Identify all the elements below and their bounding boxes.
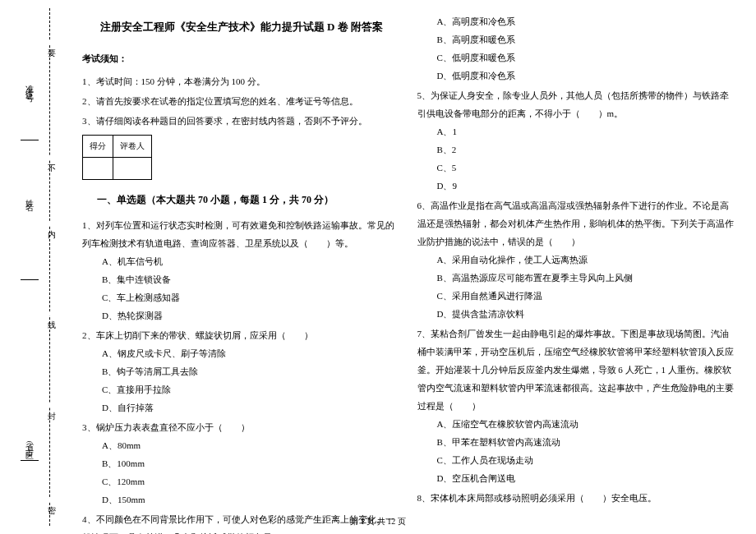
option: C、采用自然通风进行降温: [417, 287, 736, 305]
option: C、5: [417, 159, 736, 177]
option: A、压缩空气在橡胶软管内高速流动: [417, 415, 736, 433]
left-column: 注册安全工程师《安全生产技术》能力提升试题 D 卷 附答案 考试须知： 1、考试…: [74, 12, 409, 509]
option: C、低明度和暖色系: [417, 48, 736, 67]
option: B、2: [417, 140, 736, 159]
exam-page: 准考证号 姓名 省（市区） 要 不 内 线 封 密 注册安全工程师《安全生产技术…: [0, 0, 756, 534]
option: B、甲苯在塑料软管内高速流动: [417, 433, 736, 451]
option: C、工作人员在现场走动: [417, 451, 736, 469]
option: A、采用自动化操作，使工人远离热源: [417, 251, 736, 269]
question-8: 8、宋体机本床局部或移动照明必须采用（ ）安全电压。: [417, 489, 736, 507]
option: A、高明度和冷色系: [417, 12, 736, 30]
section-1-heading: 一、单选题（本大题共 70 小题，每题 1 分，共 70 分）: [97, 190, 334, 209]
option: C、120mm: [82, 472, 401, 490]
page-footer: 第 1 页 共 12 页: [0, 516, 756, 527]
notice-item: 3、请仔细阅读各种题目的回答要求，在密封线内答题，否则不予评分。: [82, 112, 401, 130]
option: C、车上检测感知器: [82, 288, 401, 306]
question-2: 2、车床上切削下来的带状、螺旋状切屑，应采用（ ）: [82, 326, 401, 344]
option: D、空压机合闸送电: [417, 469, 736, 487]
notice-heading: 考试须知：: [82, 49, 401, 67]
score-header: 得分: [83, 136, 113, 158]
option: D、提供含盐清凉饮料: [417, 305, 736, 323]
question-6: 6、高温作业是指在高气温或高温高湿或强热辐射条件下进行的作业。不论是高温还是强热…: [417, 196, 736, 251]
seal-char: 不: [45, 156, 57, 159]
section-row: 得分 评卷人 一、单选题（本大题共 70 小题，每题 1 分，共 70 分）: [82, 130, 401, 214]
seal-dashed-line: [49, 8, 50, 526]
seal-char: 密: [45, 498, 57, 501]
exam-title: 注册安全工程师《安全生产技术》能力提升试题 D 卷 附答案: [82, 16, 401, 38]
option: D、9: [417, 177, 736, 195]
content-area: 注册安全工程师《安全生产技术》能力提升试题 D 卷 附答案 考试须知： 1、考试…: [74, 12, 744, 509]
option: B、钩子等清屑工具去除: [82, 362, 401, 380]
option: D、低明度和冷色系: [417, 67, 736, 85]
question-3: 3、锅炉压力表表盘直径不应小于（ ）: [82, 418, 401, 436]
question-7: 7、某粘合剂厂曾发生一起由静电引起的爆炸事故。下图是事故现场简图。汽油桶中装满甲…: [417, 325, 736, 415]
notice-item: 1、考试时间：150 分钟，本卷满分为 100 分。: [82, 72, 401, 90]
score-cell[interactable]: [83, 158, 113, 180]
option: D、热轮探测器: [82, 306, 401, 325]
label-province: 省（市区）: [23, 435, 35, 452]
option: A、1: [417, 122, 736, 140]
underline: [21, 140, 39, 140]
question-5: 5、为保证人身安全，除专业人员外，其他人员（包括所携带的物件）与铁路牵引供电设备…: [417, 86, 736, 122]
seal-char: 内: [45, 222, 57, 225]
question-1: 1、对列车位置和运行状态实时检测，可有效避免和控制铁路运输事故。常见的列车检测技…: [82, 216, 401, 252]
grader-cell[interactable]: [113, 158, 152, 180]
underline: [21, 279, 39, 280]
option: C、直接用手拉除: [82, 380, 401, 398]
seal-char: 要: [45, 41, 57, 44]
option: B、高温热源应尽可能布置在夏季主导风向上风侧: [417, 269, 736, 287]
option: A、80mm: [82, 436, 401, 454]
underline: [21, 460, 39, 461]
binding-margin: 准考证号 姓名 省（市区） 要 不 内 线 封 密: [0, 0, 70, 534]
option: D、150mm: [82, 490, 401, 509]
label-name: 姓名: [23, 193, 35, 200]
option: D、自行掉落: [82, 398, 401, 417]
grader-header: 评卷人: [113, 136, 152, 158]
option: A、机车信号机: [82, 252, 401, 270]
notice-item: 2、请首先按要求在试卷的指定位置填写您的姓名、准考证号等信息。: [82, 92, 401, 110]
right-column: A、高明度和冷色系 B、高明度和暖色系 C、低明度和暖色系 D、低明度和冷色系 …: [409, 12, 744, 509]
option: B、100mm: [82, 454, 401, 472]
label-exam-id: 准考证号: [23, 78, 35, 91]
score-table: 得分 评卷人: [82, 135, 152, 180]
seal-char: 封: [45, 403, 57, 407]
option: A、钢皮尺或卡尺、刷子等清除: [82, 344, 401, 362]
option: B、高明度和暖色系: [417, 30, 736, 48]
option: B、集中连锁设备: [82, 270, 401, 288]
seal-char: 线: [45, 312, 57, 315]
